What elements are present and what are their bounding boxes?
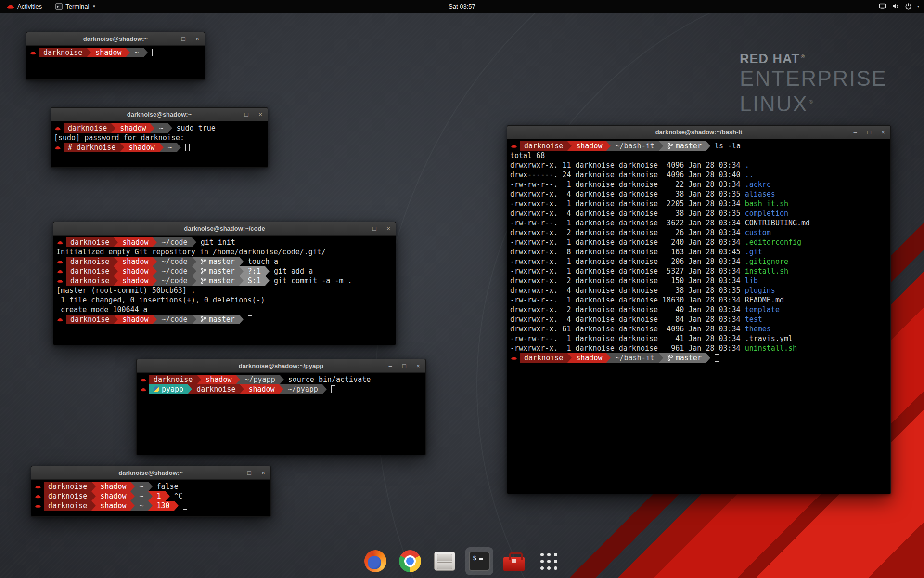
powerline-separator-icon xyxy=(265,266,270,276)
terminal-content[interactable]: darknoiseshadow~ xyxy=(26,46,205,59)
terminal-output-line: drwx------. 24 darknoise darknoise 4096 … xyxy=(510,170,887,180)
window-titlebar[interactable]: darknoise@shadow:~–□× xyxy=(51,108,268,121)
toolbox-icon xyxy=(503,557,525,571)
redhat-prompt-icon xyxy=(57,269,64,274)
powerline-separator-icon xyxy=(126,48,130,57)
prompt-segment-host: shadow xyxy=(118,266,153,276)
branding-redhat: RED HAT® xyxy=(740,48,887,67)
terminal-content[interactable]: darknoiseshadow~/codegit initInitialized… xyxy=(53,236,396,326)
redhat-prompt-icon xyxy=(140,377,147,382)
dock-item-chrome[interactable] xyxy=(396,547,424,575)
prompt-segment-host: shadow xyxy=(244,384,279,394)
window-minimize-button[interactable]: – xyxy=(852,129,859,136)
prompt-segment-host: shadow xyxy=(118,237,153,247)
terminal-output-line: drwxrwxr-x. 2 darknoise darknoise 40 Jan… xyxy=(510,305,887,315)
clock[interactable]: Sat 03:57 xyxy=(449,3,475,10)
prompt-segment-user: darknoise xyxy=(66,237,114,247)
powerline-separator-icon xyxy=(188,384,192,394)
powerline-separator-icon xyxy=(114,276,118,286)
window-close-button[interactable]: × xyxy=(260,470,267,476)
window-titlebar[interactable]: darknoise@shadow:~–□× xyxy=(26,32,205,46)
terminal-content[interactable]: darknoiseshadow~sudo true[sudo] password… xyxy=(51,121,268,154)
app-menu-terminal[interactable]: Terminal ▼ xyxy=(52,0,99,13)
window-close-button[interactable]: × xyxy=(194,36,201,42)
window-close-button[interactable]: × xyxy=(257,111,264,118)
window-controls: –□× xyxy=(166,32,201,45)
prompt-segment-git: master xyxy=(196,276,239,286)
terminal-cursor xyxy=(152,49,156,56)
window-controls: –□× xyxy=(852,126,886,139)
prompt-segment-host: shadow xyxy=(91,48,126,57)
terminal-cursor xyxy=(715,354,719,362)
window-maximize-button[interactable]: □ xyxy=(401,363,408,369)
activities-label: Activities xyxy=(17,3,42,10)
terminal-output-line: drwxrwxr-x. 8 darknoise darknoise 163 Ja… xyxy=(510,247,887,257)
powerline-separator-icon xyxy=(91,482,96,491)
window-title: darknoise@shadow:~ xyxy=(118,469,183,476)
window-titlebar[interactable]: darknoise@shadow:~/bash-it–□× xyxy=(507,126,890,139)
prompt-segment-path: ~/pyapp xyxy=(240,375,279,384)
prompt-segment-user: darknoise xyxy=(44,482,91,491)
powerline-separator-icon xyxy=(130,501,135,511)
terminal-output-line: -rwxrwxr-x. 1 darknoise darknoise 5327 J… xyxy=(510,266,887,276)
terminal-prompt-line: darknoiseshadow~1^C xyxy=(34,491,268,501)
window-maximize-button[interactable]: □ xyxy=(371,225,378,232)
git-branch-icon xyxy=(201,277,206,284)
window-maximize-button[interactable]: □ xyxy=(180,36,187,42)
window-minimize-button[interactable]: – xyxy=(357,225,364,232)
window-minimize-button[interactable]: – xyxy=(387,363,394,369)
prompt-segment-user: darknoise xyxy=(44,501,91,511)
window-maximize-button[interactable]: □ xyxy=(243,111,250,118)
redhat-prompt-icon xyxy=(54,145,61,150)
dock-item-app-grid[interactable] xyxy=(535,547,563,575)
activities-button[interactable]: Activities xyxy=(4,0,45,13)
command-text: false xyxy=(157,482,179,491)
powerline-separator-icon xyxy=(236,375,240,384)
window-title: darknoise@shadow:~ xyxy=(127,111,192,118)
top-bar: Activities Terminal ▼ Sat 03:57 ▾ xyxy=(0,0,924,13)
command-text: git add a xyxy=(274,267,313,276)
prompt-segment-host: shadow xyxy=(572,353,606,363)
prompt-segment-err: 130 xyxy=(153,501,174,511)
system-status-area[interactable]: ▾ xyxy=(879,0,924,13)
terminal-content[interactable]: darknoiseshadow~/pyappsource bin/activat… xyxy=(137,373,425,396)
window-close-button[interactable]: × xyxy=(385,225,392,232)
dock-item-toolbox[interactable] xyxy=(500,547,528,575)
prompt-segment-user: darknoise xyxy=(520,141,567,151)
terminal-output-line: drwxrwxr-x. 4 darknoise darknoise 38 Jan… xyxy=(510,209,887,218)
prompt-segment-count: S:1 xyxy=(244,276,265,286)
window-minimize-button[interactable]: – xyxy=(232,470,239,476)
prompt-segment-path: ~/code xyxy=(157,266,192,276)
terminal-output-line: -rwxrwxr-x. 1 darknoise darknoise 240 Ja… xyxy=(510,237,887,247)
window-maximize-button[interactable]: □ xyxy=(866,129,873,136)
prompt-segment-host: shadow xyxy=(96,482,130,491)
powerline-separator-icon xyxy=(143,48,148,57)
window-minimize-button[interactable]: – xyxy=(229,111,236,118)
powerline-separator-icon xyxy=(114,257,118,266)
window-titlebar[interactable]: darknoise@shadow:~–□× xyxy=(31,466,270,480)
terminal-prompt-line: darknoiseshadow~/codemaster?:1git add a xyxy=(56,266,393,276)
powerline-separator-icon xyxy=(168,123,172,133)
prompt-segment-host: shadow xyxy=(201,375,236,384)
window-close-button[interactable]: × xyxy=(415,363,422,369)
prompt-segment-user: darknoise xyxy=(66,315,114,324)
redhat-prompt-icon xyxy=(511,355,517,360)
terminal-content[interactable]: darknoiseshadow~/bash-itmasterls -latota… xyxy=(507,139,890,365)
terminal-cursor xyxy=(183,502,187,510)
prompt-segment-git: master xyxy=(196,315,239,324)
window-titlebar[interactable]: darknoise@shadow:~/code–□× xyxy=(53,222,396,236)
dock-item-files[interactable] xyxy=(431,547,459,575)
powerline-separator-icon xyxy=(150,123,154,133)
window-titlebar[interactable]: darknoise@shadow:~/pyapp–□× xyxy=(137,359,425,373)
top-bar-left: Activities Terminal ▼ xyxy=(0,0,99,13)
terminal-window-home-2: darknoise@shadow:~–□×darknoiseshadow~fal… xyxy=(31,466,271,517)
dock-item-firefox[interactable] xyxy=(361,547,389,575)
window-maximize-button[interactable]: □ xyxy=(246,470,253,476)
terminal-content[interactable]: darknoiseshadow~falsedarknoiseshadow~1^C… xyxy=(31,480,270,512)
prompt-segment-path: ~/pyapp xyxy=(283,384,322,394)
git-branch-icon xyxy=(201,268,206,275)
window-close-button[interactable]: × xyxy=(880,129,886,136)
window-minimize-button[interactable]: – xyxy=(166,36,173,42)
dock-item-terminal[interactable] xyxy=(465,547,493,575)
terminal-prompt-line: pyappdarknoiseshadow~/pyapp xyxy=(140,384,423,394)
